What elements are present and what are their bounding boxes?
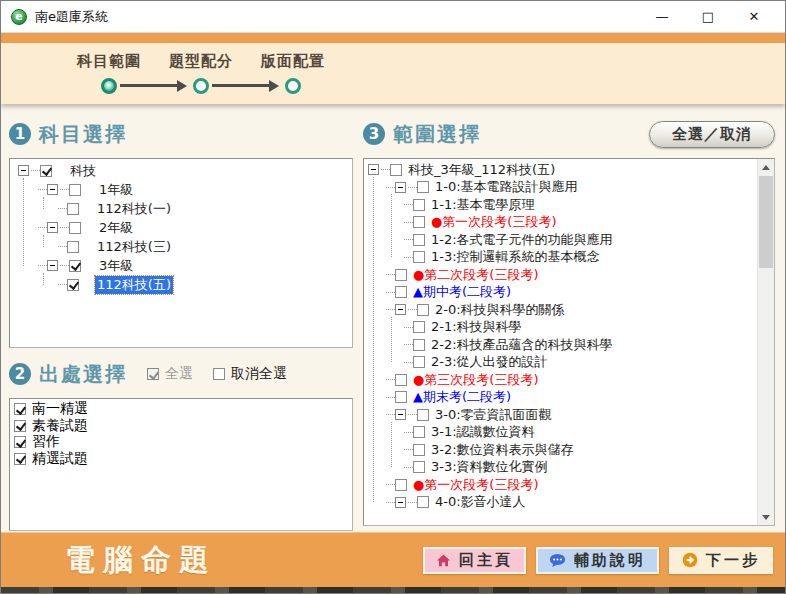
tree-row[interactable]: ●第一次段考(三段考) — [364, 214, 754, 232]
source-list-item[interactable]: 南一精選 — [14, 401, 348, 418]
tree-item-label[interactable]: 科技 — [68, 162, 98, 180]
next-step-button[interactable]: 下一步 — [669, 547, 773, 574]
tree-item-label[interactable]: 3-2:數位資料表示與儲存 — [429, 441, 576, 459]
tree-item-label[interactable]: 3-3:資料數位化實例 — [429, 458, 550, 476]
tree-checkbox[interactable] — [413, 199, 425, 211]
tree-row[interactable]: 2-3:從人出發的設計 — [364, 354, 754, 372]
tree-item-label[interactable]: 1-3:控制邏輯系統的基本概念 — [429, 248, 602, 266]
source-item-checkbox[interactable] — [14, 453, 26, 465]
tree-item-label[interactable]: 1-2:各式電子元件的功能與應用 — [429, 231, 615, 249]
home-button[interactable]: 回主頁 — [423, 547, 526, 574]
tree-checkbox[interactable] — [417, 409, 429, 421]
tree-row[interactable]: ●第一次段考(三段考) — [364, 476, 754, 494]
tree-item-label[interactable]: 1-0:基本電路設計與應用 — [433, 178, 580, 196]
tree-row[interactable]: ●第三次段考(三段考) — [364, 371, 754, 389]
tree-row[interactable]: 科技_3年級_112科技(五) — [364, 161, 754, 179]
tree-checkbox[interactable] — [413, 251, 425, 263]
tree-item-label[interactable]: 112科技(一) — [95, 200, 173, 218]
toggle-all-button[interactable]: 全選／取消 — [649, 121, 775, 148]
tree-checkbox[interactable] — [417, 304, 429, 316]
tree-checkbox[interactable] — [69, 260, 81, 272]
tree-item-label[interactable]: 2-1:科技與科學 — [429, 318, 524, 336]
tree-collapse-icon[interactable] — [395, 182, 406, 193]
tree-row[interactable]: 112科技(五) — [10, 275, 352, 294]
tree-checkbox[interactable] — [413, 321, 425, 333]
help-button[interactable]: 輔助說明 — [536, 547, 659, 574]
tree-item-label[interactable]: ●第一次段考(三段考) — [411, 476, 541, 494]
source-list[interactable]: 南一精選素養試題習作精選試題 — [9, 398, 353, 531]
range-tree[interactable]: 科技_3年級_112科技(五)1-0:基本電路設計與應用1-1:基本電學原理●第… — [364, 161, 754, 525]
maximize-button[interactable]: □ — [693, 5, 723, 29]
tree-item-label[interactable]: 112科技(三) — [95, 238, 173, 256]
tree-row[interactable]: ●第二次段考(三段考) — [364, 266, 754, 284]
tree-row[interactable]: 1-2:各式電子元件的功能與應用 — [364, 231, 754, 249]
tree-checkbox[interactable] — [390, 164, 402, 176]
tree-checkbox[interactable] — [395, 391, 407, 403]
scrollbar-down-icon[interactable] — [758, 509, 774, 525]
tree-item-label[interactable]: 3年級 — [97, 257, 135, 275]
tree-checkbox[interactable] — [413, 426, 425, 438]
tree-row[interactable]: 1年級 — [10, 180, 352, 199]
tree-collapse-icon[interactable] — [368, 164, 379, 175]
source-list-item[interactable]: 精選試題 — [14, 451, 348, 468]
tree-checkbox[interactable] — [395, 374, 407, 386]
tree-row[interactable]: 3-3:資料數位化實例 — [364, 459, 754, 477]
tree-item-label[interactable]: 1年級 — [97, 181, 135, 199]
tree-collapse-icon[interactable] — [395, 304, 406, 315]
tree-row[interactable]: 112科技(一) — [10, 199, 352, 218]
source-list-item[interactable]: 習作 — [14, 434, 348, 451]
deselect-all-checkbox[interactable]: 取消全選 — [213, 365, 287, 383]
tree-collapse-icon[interactable] — [395, 409, 406, 420]
tree-row[interactable]: 1-1:基本電學原理 — [364, 196, 754, 214]
tree-checkbox[interactable] — [395, 286, 407, 298]
minimize-button[interactable]: — — [647, 5, 677, 29]
tree-item-label[interactable]: ▲期末考(二段考) — [411, 388, 513, 406]
tree-collapse-icon[interactable] — [47, 184, 58, 195]
tree-item-label[interactable]: 2-0:科技與科學的關係 — [433, 301, 567, 319]
tree-row[interactable]: 科技 — [10, 161, 352, 180]
tree-item-label[interactable]: ▲期中考(二段考) — [411, 283, 513, 301]
source-list-item[interactable]: 素養試題 — [14, 418, 348, 435]
source-item-checkbox[interactable] — [14, 403, 26, 415]
tree-checkbox[interactable] — [417, 181, 429, 193]
tree-row[interactable]: 3-2:數位資料表示與儲存 — [364, 441, 754, 459]
tree-row[interactable]: 4-0:影音小達人 — [364, 494, 754, 512]
tree-row[interactable]: 2-1:科技與科學 — [364, 319, 754, 337]
tree-row[interactable]: 112科技(三) — [10, 237, 352, 256]
select-all-checkbox-icon[interactable] — [147, 368, 159, 380]
tree-checkbox[interactable] — [69, 184, 81, 196]
tree-checkbox[interactable] — [413, 444, 425, 456]
tree-checkbox[interactable] — [67, 203, 79, 215]
tree-row[interactable]: 1-3:控制邏輯系統的基本概念 — [364, 249, 754, 267]
tree-item-label[interactable]: 1-1:基本電學原理 — [429, 196, 537, 214]
tree-row[interactable]: 1-0:基本電路設計與應用 — [364, 179, 754, 197]
subject-tree[interactable]: 科技1年級112科技(一)2年級112科技(三)3年級112科技(五) — [9, 158, 353, 348]
select-all-checkbox[interactable]: 全選 — [147, 365, 193, 383]
tree-collapse-icon[interactable] — [18, 165, 29, 176]
scrollbar-thumb[interactable] — [759, 176, 773, 268]
tree-item-label[interactable]: 2年級 — [97, 219, 135, 237]
tree-item-label[interactable]: 科技_3年級_112科技(五) — [406, 161, 557, 179]
tree-row[interactable]: ▲期中考(二段考) — [364, 284, 754, 302]
tree-row[interactable]: 3年級 — [10, 256, 352, 275]
tree-checkbox[interactable] — [395, 479, 407, 491]
tree-checkbox[interactable] — [67, 279, 79, 291]
tree-item-label[interactable]: 3-0:零壹資訊面面觀 — [433, 406, 554, 424]
tree-row[interactable]: 2-0:科技與科學的關係 — [364, 301, 754, 319]
tree-item-label[interactable]: 2-2:科技產品蘊含的科技與科學 — [429, 336, 615, 354]
tree-checkbox[interactable] — [413, 356, 425, 368]
deselect-all-checkbox-icon[interactable] — [213, 368, 225, 380]
tree-item-label[interactable]: 3-1:認識數位資料 — [429, 423, 537, 441]
tree-item-label[interactable]: ●第三次段考(三段考) — [411, 371, 541, 389]
tree-checkbox[interactable] — [417, 496, 429, 508]
tree-checkbox[interactable] — [69, 222, 81, 234]
tree-item-label[interactable]: 2-3:從人出發的設計 — [429, 353, 550, 371]
source-item-checkbox[interactable] — [14, 436, 26, 448]
close-button[interactable]: ✕ — [739, 5, 769, 29]
tree-collapse-icon[interactable] — [47, 222, 58, 233]
tree-item-label[interactable]: ●第一次段考(三段考) — [429, 213, 559, 231]
tree-checkbox[interactable] — [395, 269, 407, 281]
tree-item-label[interactable]: 4-0:影音小達人 — [433, 493, 528, 511]
tree-row[interactable]: 2年級 — [10, 218, 352, 237]
tree-row[interactable]: 3-1:認識數位資料 — [364, 424, 754, 442]
